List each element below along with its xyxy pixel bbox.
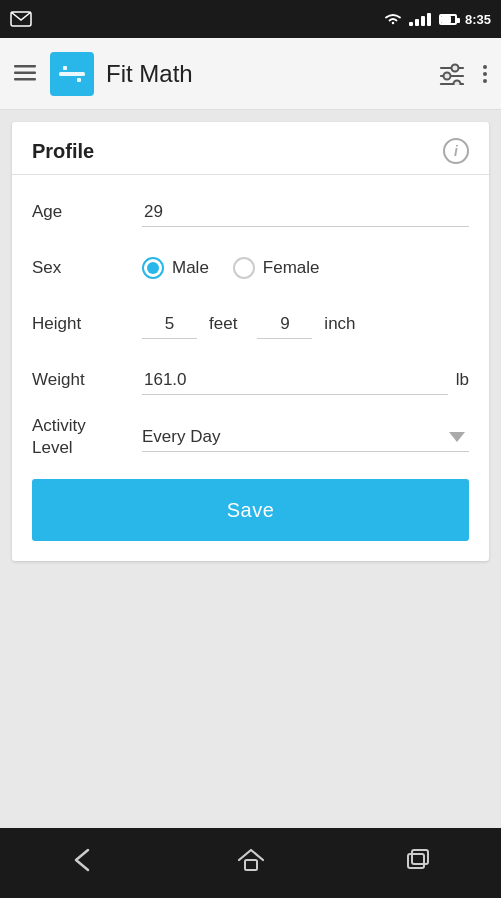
status-bar: 8:35 [0,0,501,38]
menu-icon[interactable] [14,61,36,87]
save-button[interactable]: Save [32,479,469,541]
svg-rect-1 [14,65,36,68]
card-title: Profile [32,140,94,163]
app-bar: Fit Math [0,38,501,110]
sex-female-label: Female [263,258,320,278]
feet-unit: feet [209,314,237,334]
status-bar-left [10,11,32,27]
weight-label: Weight [32,370,142,390]
card-header: Profile i [32,138,469,164]
svg-rect-15 [412,850,428,864]
weight-control: lb [142,366,469,395]
info-icon[interactable]: i [443,138,469,164]
more-vert-icon[interactable] [483,65,487,83]
height-inch-input[interactable] [257,310,312,339]
svg-rect-13 [245,860,257,870]
age-input[interactable] [142,198,469,227]
signal-icon [409,13,431,26]
gmail-icon [10,11,32,27]
main-content: Profile i Age Sex Male [0,110,501,573]
height-label: Height [32,314,142,334]
sex-control: Male Female [142,257,469,279]
recents-button[interactable] [402,846,434,880]
svg-point-10 [452,64,459,71]
svg-point-12 [454,80,461,85]
height-feet-input[interactable] [142,310,197,339]
back-button[interactable] [68,846,100,880]
age-label: Age [32,202,142,222]
profile-card: Profile i Age Sex Male [12,122,489,561]
sex-row: Sex Male Female [32,247,469,289]
activity-label: Activity Level [32,415,142,459]
battery-icon [439,14,457,25]
app-logo [50,52,94,96]
height-row: Height feet inch [32,303,469,345]
sex-male-radio[interactable] [142,257,164,279]
bottom-nav [0,828,501,898]
activity-row: Activity Level Every Day [32,415,469,459]
wifi-icon [383,12,403,26]
height-control: feet inch [142,310,469,339]
status-bar-right: 8:35 [383,12,491,27]
sex-label: Sex [32,258,142,278]
weight-input[interactable] [142,366,448,395]
sliders-icon[interactable] [439,63,465,85]
inch-unit: inch [324,314,355,334]
home-button[interactable] [235,846,267,880]
header-divider [12,174,489,175]
sex-male-option[interactable]: Male [142,257,209,279]
sex-female-radio[interactable] [233,257,255,279]
app-bar-actions [439,63,487,85]
svg-point-11 [444,72,451,79]
activity-value: Every Day [142,427,449,447]
age-control [142,198,469,227]
dropdown-arrow-icon [449,432,465,442]
age-row: Age [32,191,469,233]
svg-rect-6 [77,78,81,82]
weight-unit: lb [456,370,469,390]
svg-rect-5 [63,66,67,70]
svg-rect-2 [14,71,36,74]
svg-rect-4 [59,72,85,76]
sex-female-option[interactable]: Female [233,257,320,279]
weight-row: Weight lb [32,359,469,401]
activity-select[interactable]: Every Day [142,423,469,452]
svg-rect-14 [408,854,424,868]
sex-male-label: Male [172,258,209,278]
sex-radio-group: Male Female [142,257,320,279]
status-time: 8:35 [465,12,491,27]
app-title: Fit Math [106,60,439,88]
svg-rect-3 [14,78,36,81]
